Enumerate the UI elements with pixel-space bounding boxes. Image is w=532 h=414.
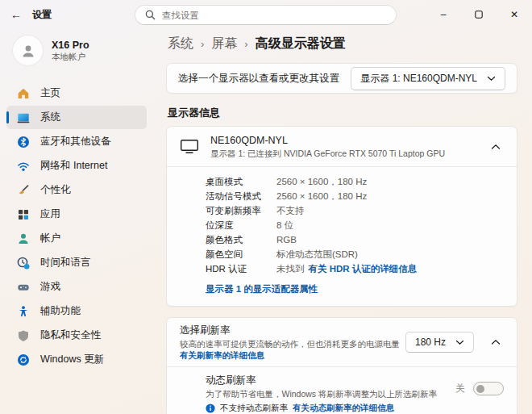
display-name: NE160QDM-NYL	[210, 134, 445, 147]
shield-icon	[17, 329, 30, 342]
dynamic-refresh-title: 动态刷新率	[206, 374, 443, 387]
search-icon	[145, 10, 156, 20]
sidebar-item-label: 时间和语言	[40, 256, 91, 270]
clock-icon	[17, 257, 30, 270]
close-button[interactable]: ✕	[497, 0, 532, 29]
breadcrumb: 系统 › 屏幕 › 高级显示器设置	[168, 36, 517, 52]
sidebar-item-label: 隐私和安全性	[40, 328, 101, 342]
refresh-rate-card: 选择刷新率 较高的速率可提供更流畅的动作，但也消耗更多的电源电量 有关刷新率的详…	[166, 317, 517, 414]
accessibility-person-icon	[17, 305, 30, 318]
sidebar-item-accounts[interactable]: 帐户	[6, 227, 147, 250]
toggle-state-label: 关	[455, 382, 465, 395]
sidebar-item-time-language[interactable]: 时间和语言	[6, 251, 147, 274]
maximize-button[interactable]	[461, 0, 497, 29]
sidebar-item-label: 主页	[40, 86, 60, 100]
sidebar-item-label: 应用	[40, 207, 60, 221]
section-title-display-info: 显示器信息	[168, 106, 516, 120]
info-row-color-format: 颜色格式 RGB	[206, 232, 504, 247]
sidebar-item-gaming[interactable]: 游戏	[6, 275, 147, 299]
back-icon: ←	[10, 8, 22, 21]
collapse-chevron-up-icon[interactable]	[488, 336, 504, 349]
close-icon: ✕	[510, 9, 518, 20]
sidebar-item-label: 蓝牙和其他设备	[40, 135, 111, 148]
refresh-rate-row: 选择刷新率 较高的速率可提供更流畅的动作，但也消耗更多的电源电量 有关刷新率的详…	[167, 318, 517, 366]
user-name: X16 Pro	[52, 40, 89, 52]
chevron-down-icon	[455, 340, 464, 345]
back-button[interactable]: ←	[0, 0, 32, 29]
sidebar-item-label: 帐户	[40, 232, 60, 245]
breadcrumb-separator-icon: ›	[244, 38, 247, 50]
sidebar-item-label: 个性化	[40, 183, 71, 197]
sidebar-item-privacy[interactable]: 隐私和安全性	[6, 324, 147, 347]
info-row-hdr: HDR 认证 未找到 有关 HDR 认证的详细信息	[206, 261, 504, 276]
system-icon	[17, 111, 30, 124]
collapse-chevron-up-icon[interactable]	[488, 140, 504, 153]
adapter-properties-link[interactable]: 显示器 1 的显示适配器属性	[206, 284, 318, 294]
sidebar-item-personalization[interactable]: 个性化	[6, 178, 147, 202]
sidebar-item-system[interactable]: 系统	[6, 106, 147, 129]
dynamic-refresh-details-link[interactable]: 有关动态刷新率的详细信息	[293, 403, 394, 414]
sidebar-item-label: 游戏	[40, 280, 60, 294]
window-controls: – ✕	[426, 0, 532, 29]
info-row-signal-mode: 活动信号模式 2560 × 1600，180 Hz	[206, 189, 504, 203]
sidebar-item-accessibility[interactable]: 辅助功能	[6, 299, 147, 323]
info-row-bit-depth: 位深度 8 位	[206, 218, 504, 232]
info-row-color-space: 颜色空间 标准动态范围(SDR)	[206, 247, 504, 261]
refresh-rate-subtitle: 较高的速率可提供更流畅的动作，但也消耗更多的电源电量 有关刷新率的详细信息	[180, 338, 405, 361]
refresh-rate-details-link[interactable]: 有关刷新率的详细信息	[180, 350, 264, 360]
sidebar-item-apps[interactable]: 应用	[6, 203, 147, 226]
display-gpu-subtitle: 显示器 1: 已连接到 NVIDIA GeForce RTX 5070 Ti L…	[210, 148, 445, 159]
sidebar-item-label: 辅助功能	[40, 304, 81, 318]
settings-search[interactable]	[135, 5, 397, 25]
toggle-knob	[476, 385, 484, 393]
info-icon	[206, 404, 215, 413]
page-title: 高级显示器设置	[256, 36, 346, 52]
user-profile[interactable]: X16 Pro 本地帐户	[6, 32, 147, 69]
monitor-icon	[180, 139, 199, 154]
breadcrumb-separator-icon: ›	[201, 38, 204, 50]
display-select-value: 显示器 1: NE160QDM-NYL	[360, 72, 477, 86]
dynamic-refresh-note: 不支持动态刷新率 有关动态刷新率的详细信息	[206, 403, 443, 414]
sidebar-item-label: 网络和 Internet	[40, 159, 107, 173]
person-icon	[17, 232, 30, 245]
info-row-vrr: 可变刷新频率 不支持	[206, 203, 504, 218]
display-select-dropdown[interactable]: 显示器 1: NE160QDM-NYL	[351, 67, 505, 90]
user-account-type: 本地帐户	[52, 52, 89, 62]
wifi-icon	[17, 160, 30, 173]
sidebar: X16 Pro 本地帐户 主页 系统 蓝牙和其他设备 网络和 Internet …	[0, 29, 153, 414]
sidebar-item-windows-update[interactable]: Windows 更新	[6, 348, 147, 371]
sidebar-item-label: 系统	[40, 111, 60, 124]
avatar	[13, 36, 43, 65]
hdr-details-link[interactable]: 有关 HDR 认证的详细信息	[309, 261, 418, 276]
sidebar-item-home[interactable]: 主页	[6, 82, 147, 105]
sidebar-item-label: Windows 更新	[40, 353, 104, 366]
sidebar-item-bluetooth[interactable]: 蓝牙和其他设备	[6, 130, 147, 153]
maximize-icon	[475, 10, 483, 19]
minimize-button[interactable]: –	[426, 0, 461, 29]
info-row-desktop-mode: 桌面模式 2560 × 1600，180 Hz	[206, 174, 504, 189]
breadcrumb-display[interactable]: 屏幕	[211, 36, 237, 52]
display-select-label: 选择一个显示器以查看或更改其设置	[178, 72, 351, 86]
apps-icon	[17, 208, 30, 221]
dynamic-refresh-toggle[interactable]	[473, 382, 504, 395]
dynamic-refresh-rate-row: 动态刷新率 为了帮助节省电量，Windows 将刷新率调整为以上所选刷新率 不支…	[167, 367, 517, 414]
gamepad-icon	[17, 281, 30, 294]
display-select-card: 选择一个显示器以查看或更改其设置 显示器 1: NE160QDM-NYL	[166, 63, 517, 94]
dynamic-refresh-toggle-group: 关	[455, 374, 504, 414]
minimize-icon: –	[441, 9, 447, 20]
refresh-rate-dropdown[interactable]: 180 Hz	[405, 332, 474, 353]
display-info-header[interactable]: NE160QDM-NYL 显示器 1: 已连接到 NVIDIA GeForce …	[167, 127, 517, 166]
breadcrumb-system[interactable]: 系统	[168, 36, 193, 52]
search-input[interactable]	[162, 10, 386, 20]
update-arrows-icon	[17, 353, 30, 366]
dynamic-refresh-subtitle: 为了帮助节省电量，Windows 将刷新率调整为以上所选刷新率	[206, 388, 443, 399]
bluetooth-icon	[17, 136, 30, 148]
sidebar-item-network[interactable]: 网络和 Internet	[6, 154, 147, 178]
home-icon	[17, 87, 30, 100]
refresh-rate-value: 180 Hz	[415, 337, 446, 348]
app-title: 设置	[32, 8, 52, 22]
refresh-rate-title: 选择刷新率	[180, 324, 405, 337]
main-content: 系统 › 屏幕 › 高级显示器设置 选择一个显示器以查看或更改其设置 显示器 1…	[153, 29, 532, 414]
display-info-card: NE160QDM-NYL 显示器 1: 已连接到 NVIDIA GeForce …	[166, 126, 517, 307]
adapter-properties-row: 显示器 1 的显示适配器属性	[206, 282, 504, 296]
